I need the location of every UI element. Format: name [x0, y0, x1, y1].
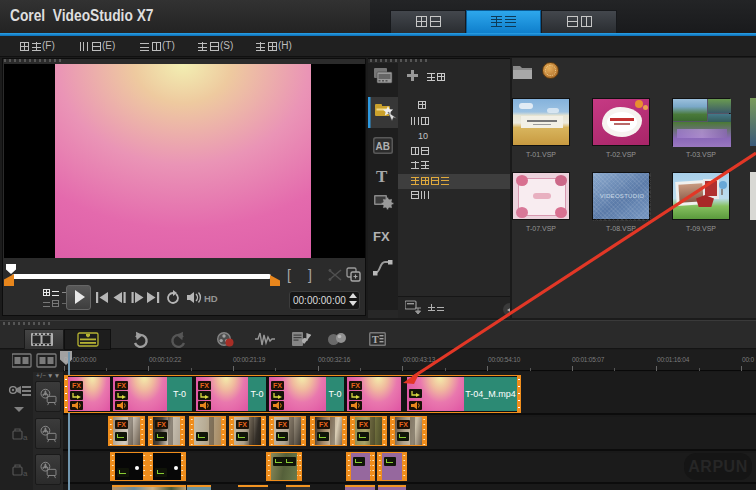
svg-text:AB: AB [376, 141, 390, 152]
svg-text:FX: FX [373, 229, 390, 244]
svg-text:T: T [376, 167, 388, 186]
svg-text:HD: HD [204, 293, 218, 304]
svg-text:a: a [23, 433, 28, 441]
svg-text:a: a [23, 469, 28, 477]
svg-text:T: T [372, 334, 379, 345]
